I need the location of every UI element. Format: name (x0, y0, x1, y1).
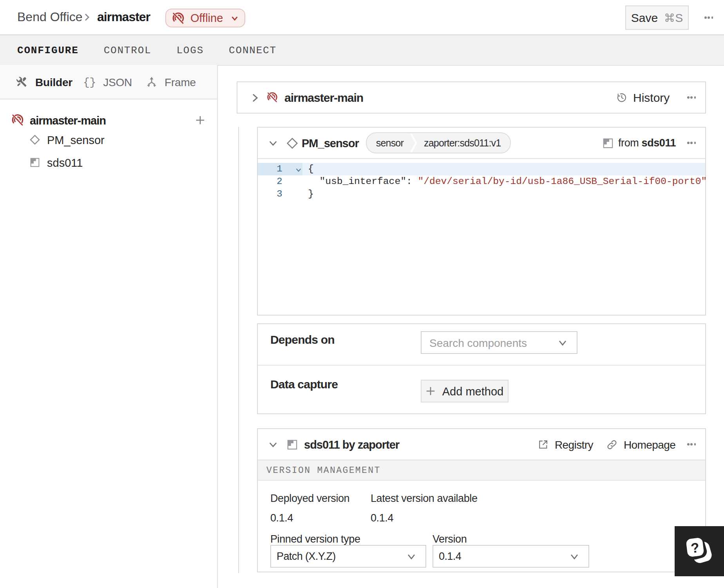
svg-text:?: ? (690, 539, 700, 556)
